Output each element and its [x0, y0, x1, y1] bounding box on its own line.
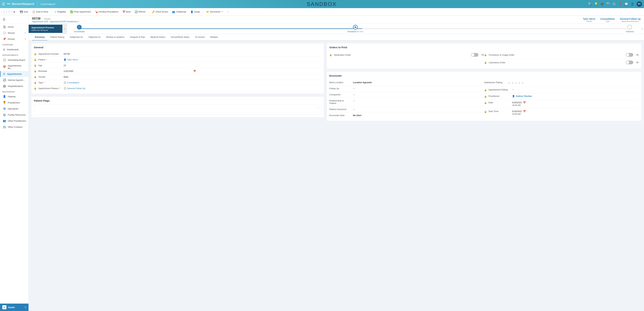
star-5[interactable]: ★	[521, 81, 524, 85]
tab-review-systems[interactable]: Review of systems	[104, 34, 127, 41]
tab-objective-ev[interactable]: Objective Ev	[86, 34, 104, 41]
encounter-title: Encounter	[329, 74, 639, 77]
step-scheduled: Scheduled (42 Hrs)	[347, 25, 363, 33]
sidebar-item-scheduling-board[interactable]: 📋 Scheduling Board	[0, 57, 28, 63]
calendar-icon-1[interactable]: 📅	[193, 70, 321, 72]
date-value-group: 5/18/2022 📅 10:00 AM	[512, 101, 526, 107]
settings-icon[interactable]: ⚙️	[612, 2, 616, 6]
assign-button[interactable]: 👤 Assign	[189, 10, 202, 14]
plus-icon[interactable]: ➕	[600, 2, 604, 6]
breadcrumb: Appointment EHR · Appointment EHR Practi…	[32, 21, 78, 23]
sidebar-item-appointments-bo[interactable]: 📅 Appointments Bo...	[0, 63, 28, 71]
lab-order-toggle[interactable]	[626, 61, 633, 64]
tab-subjective-ev[interactable]: Subjective Ev	[67, 34, 86, 41]
tab-analysis-plan[interactable]: Analysis & Plan	[127, 34, 148, 41]
sidebar-item-appointments[interactable]: 🗓 Appointments	[0, 71, 28, 77]
book-button[interactable]: 📅 Book	[121, 10, 132, 14]
patient-name-value[interactable]: Tyler Herro	[583, 18, 596, 20]
user-icon[interactable]: 👤	[630, 2, 634, 6]
sidebar-item-patients[interactable]: 👤 Patients	[0, 94, 28, 100]
save-close-button[interactable]: 📋 Save & Close	[30, 10, 50, 14]
tab-summary[interactable]: Summary	[32, 34, 48, 41]
med-order-toggle[interactable]	[471, 53, 478, 57]
patient-label: Patient	[583, 20, 596, 22]
reason-value[interactable]: General Follow Up	[620, 18, 641, 20]
progress-next-button[interactable]: ›	[640, 26, 644, 32]
type-value[interactable]: Consultation	[600, 18, 615, 20]
documents-button[interactable]: 📂 Documents ▼	[205, 10, 224, 14]
chat-icon[interactable]: 💬	[624, 2, 628, 6]
enc-satisfaction: Satisfaction Rating ★ ★ ★ ★ ★	[484, 80, 639, 87]
type-field-value[interactable]: 📋 Consultation	[64, 81, 321, 84]
start-time-value-group: 5/18/2022 📅 10:00 AM	[512, 110, 526, 115]
sidebar-health-item[interactable]: H Health ◇	[0, 303, 28, 311]
star-3[interactable]: ★	[514, 81, 517, 85]
tab-school-work-notes[interactable]: School/Work Notes	[168, 34, 192, 41]
patient-flags-menu-icon[interactable]: ⋮	[317, 106, 320, 109]
med-lock-icon: 🔒	[329, 54, 332, 56]
finish-icon: ✅	[70, 11, 73, 13]
breadcrumb-practitioner[interactable]: Appointment EHR Practitioner	[50, 21, 77, 23]
relationship-value: ---	[353, 99, 484, 102]
proc-order-value: No	[636, 54, 639, 56]
more-button[interactable]: ⋯	[225, 10, 230, 14]
check-access-button[interactable]: 🔑 Check Access	[150, 10, 170, 14]
enc-date: 🔒 Date 5/18/2022 📅 10:00 AM	[484, 100, 639, 108]
hamburger-icon[interactable]: ☰	[2, 2, 5, 6]
back-button[interactable]: ‹	[2, 10, 6, 14]
sidebar-item-pinned[interactable]: 📌 Pinned ▼	[0, 36, 28, 42]
document-button[interactable]: 📄	[7, 10, 12, 14]
practitioner-enc-value[interactable]: 👤 Andres Flechas	[512, 95, 639, 97]
help-icon[interactable]: ❓	[618, 2, 622, 6]
appt-number-value: 00738	[64, 53, 321, 55]
progress-prev-button[interactable]: ‹	[62, 24, 67, 34]
eligibility-button[interactable]: ✔ Elegibility	[53, 10, 68, 14]
appt-rating-value: ---	[512, 88, 639, 91]
tab-patient-history[interactable]: Patient History	[48, 34, 67, 41]
star-2[interactable]: ★	[511, 81, 514, 85]
breadcrumb-chevron-icon[interactable]: ▾	[78, 21, 78, 23]
pending-rx-button[interactable]: 💊 Pending Prescriptions	[93, 10, 120, 14]
sidebar-item-other-contacts[interactable]: 📇 Other Contacts	[0, 124, 28, 130]
lock-icon-6: 🔒	[34, 81, 36, 84]
follow-up-value: ---	[353, 87, 484, 90]
finish-appt-button[interactable]: ✅ Finish Appointment	[68, 10, 92, 14]
proc-order-toggle[interactable]	[626, 53, 633, 57]
tab-to-invoice[interactable]: To Invoice	[192, 34, 208, 41]
collaborate-button[interactable]: 👥 Collaborate	[170, 10, 188, 14]
sidebar-item-home[interactable]: 🏠 Home	[0, 24, 28, 30]
filter-icon[interactable]: ⚗️	[606, 2, 610, 6]
start-time-label: Start Time	[488, 110, 510, 113]
lock-icon-3: 🔒	[34, 64, 36, 67]
sidebar-item-hospitalizations[interactable]: 🏥 Hospitalizations	[0, 83, 28, 89]
sidebar-item-internal-appt[interactable]: 🔄 Internal Appoint...	[0, 77, 28, 83]
save-button[interactable]: 💾 Save	[18, 10, 30, 14]
left-panel: General 🔒 Appointment Number 00738 🔒 Pat…	[31, 43, 324, 309]
sidebar-item-other-practitioners[interactable]: 👥 Other Practitioners	[0, 118, 28, 124]
tab-medical-orders[interactable]: Medical Orders	[148, 34, 168, 41]
calendar-icon-2[interactable]: 📅	[523, 101, 526, 104]
search-icon[interactable]: 🔍	[588, 2, 592, 6]
encounter-right: Satisfaction Rating ★ ★ ★ ★ ★	[484, 80, 639, 118]
sidebar-item-facility-resources[interactable]: 🏢 Facility Resources	[0, 112, 28, 118]
refresh-button[interactable]: 🔄 Refresh	[133, 10, 147, 14]
lock-icon-1: 🔒	[34, 53, 36, 55]
star-4[interactable]: ★	[518, 81, 520, 85]
sandbox-title: SANDBOX	[57, 1, 586, 7]
sidebar-item-practitioners[interactable]: 👨‍⚕️ Practitioners	[0, 100, 28, 106]
calendar-icon-3[interactable]: 📅	[523, 110, 526, 113]
sidebar-menu-button[interactable]: ☰	[1, 17, 7, 22]
patient-field-value[interactable]: 👤 Tyler Herro	[64, 58, 321, 61]
star-1[interactable]: ★	[508, 81, 510, 85]
tab-related[interactable]: Related	[208, 34, 220, 41]
section-appointments: Appointments	[0, 53, 28, 57]
sidebar-item-recent[interactable]: 🕐 Recent ▼	[0, 30, 28, 36]
lightbulb-icon[interactable]: 💡	[594, 2, 598, 6]
progress-steps: ✓ Unscheduled Scheduled (42 Hrs) Checkou…	[74, 25, 634, 33]
sidebar-item-operatives[interactable]: ⚙️ Operatives	[0, 106, 28, 112]
sidebar-item-dashboards[interactable]: ▦ Dashboards	[0, 46, 28, 53]
breadcrumb-ehr[interactable]: Appointment EHR	[32, 21, 48, 23]
reason-field-value[interactable]: 📋 General Follow Up	[64, 87, 321, 90]
window-button[interactable]: ⧉	[12, 10, 16, 14]
avatar[interactable]: PT	[636, 1, 642, 7]
